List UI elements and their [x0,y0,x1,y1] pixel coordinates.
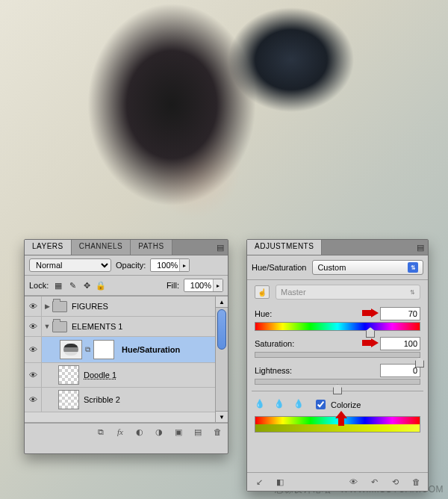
adjustments-footer: ↙ ◧ 👁 ↶ ⟲ 🗑 [247,472,428,491]
red-arrow-icon [362,338,379,347]
layer-name[interactable]: Doodle 1 [79,371,116,379]
hue-label: Hue: [255,309,272,318]
opacity-input[interactable] [151,261,179,270]
chevron-updown-icon: ⇅ [408,262,418,273]
tab-adjustments[interactable]: ADJUSTMENTS [247,240,322,255]
reset-icon[interactable]: ⟲ [389,476,401,488]
link-layers-icon[interactable]: ⧉ [95,426,107,438]
fx-icon[interactable]: fx [114,426,126,438]
folder-icon [52,301,67,312]
disclosure-closed-icon[interactable]: ▶ [42,303,52,310]
eyedropper-icon[interactable]: 💧 [255,399,267,411]
new-layer-icon[interactable]: ▤ [192,426,204,438]
layer-group-figures[interactable]: 👁 ▶ FIGURES [25,297,215,317]
saturation-thumb[interactable] [415,357,424,368]
preset-value: Custom [317,263,346,272]
svg-marker-0 [362,309,379,317]
lock-pixels-icon[interactable]: ✎ [67,280,78,291]
channel-select: Master⇅ [276,285,420,300]
lock-label: Lock: [29,281,49,290]
eyedropper-subtract-icon[interactable]: 💧 [293,399,305,411]
saturation-input[interactable] [380,337,420,350]
panel-menu-icon[interactable]: ▤ [213,240,228,255]
tab-channels[interactable]: CHANNELS [72,240,131,255]
folder-icon [52,321,67,332]
lock-icons-group: ▦ ✎ ✥ 🔒 [53,280,106,291]
link-icon[interactable]: ⧉ [85,345,90,354]
disclosure-open-icon[interactable]: ▼ [42,323,52,330]
new-group-icon[interactable]: ▣ [172,426,184,438]
scroll-down-icon[interactable]: ▼ [216,411,228,422]
saturation-slider-block: Saturation: [255,337,420,358]
delete-adjustment-icon[interactable]: 🗑 [410,476,422,488]
colorize-checkbox[interactable]: Colorize [313,397,361,412]
adjustments-tabrow: ADJUSTMENTS ▤ [247,240,428,255]
adjustments-panel: ADJUSTMENTS ▤ Hue/Saturation Custom ⇅ ☝ … [246,239,429,492]
chevron-right-icon[interactable]: ▸ [213,279,223,291]
visibility-eye-icon[interactable]: 👁 [28,370,38,380]
visibility-eye-icon[interactable]: 👁 [28,344,38,355]
previous-state-icon[interactable]: ↶ [368,476,380,488]
svg-marker-1 [362,338,379,347]
blend-mode-select[interactable]: Normal [29,258,111,272]
adjustment-layer-icon[interactable]: ◑ [153,426,165,438]
toggle-visibility-icon[interactable]: 👁 [347,476,359,488]
layers-scrollbar[interactable]: ▲ ▼ [215,297,228,422]
visibility-eye-icon[interactable]: 👁 [28,321,38,332]
hue-slider-block: Hue: [255,307,420,331]
lightness-input[interactable] [380,364,420,377]
layer-name[interactable]: ELEMENTS 1 [67,322,122,331]
lock-fill-row: Lock: ▦ ✎ ✥ 🔒 Fill: ▸ [25,276,228,296]
layer-mask-icon[interactable]: ◐ [134,426,146,438]
preset-select[interactable]: Custom ⇅ [312,260,423,275]
colorize-input[interactable] [316,400,326,409]
expand-view-icon[interactable]: ↙ [253,476,265,488]
opacity-label: Opacity: [116,261,146,270]
visibility-eye-icon[interactable]: 👁 [28,301,38,312]
tab-paths[interactable]: PATHS [131,240,172,255]
lightness-track[interactable] [255,379,420,385]
layer-name[interactable]: Scribble 2 [79,395,120,404]
layer-mask-thumb[interactable] [93,340,114,359]
fill-field[interactable]: ▸ [184,279,223,292]
layer-name[interactable]: FIGURES [67,302,108,311]
eyedropper-add-icon[interactable]: 💧 [274,399,286,411]
eyedropper-row: 💧 💧 💧 Colorize [255,397,420,412]
hue-track[interactable] [255,322,420,331]
svg-marker-2 [335,411,347,426]
adjustment-thumb-icon [60,340,82,359]
adjustment-title-row: Hue/Saturation Custom ⇅ [247,255,428,280]
layers-panel: LAYERS CHANNELS PATHS ▤ Normal Opacity: … [24,239,228,454]
layer-name[interactable]: Hue/Saturation [117,345,180,354]
chevron-right-icon[interactable]: ▸ [179,259,189,271]
lightness-thumb[interactable] [333,384,342,394]
layer-group-elements1[interactable]: 👁 ▼ ELEMENTS 1 [25,317,215,337]
lock-transparency-icon[interactable]: ▦ [53,280,63,291]
layer-thumb [58,365,79,385]
scroll-up-icon[interactable]: ▲ [216,297,228,308]
fill-label: Fill: [167,281,179,290]
layers-list: 👁 ▶ FIGURES 👁 ▼ ELEMENTS 1 👁 ⧉ Hue/Satur… [25,296,228,423]
visibility-eye-icon[interactable]: 👁 [28,394,38,405]
panel-menu-icon[interactable]: ▤ [413,240,428,255]
lock-position-icon[interactable]: ✥ [81,280,92,291]
delete-layer-icon[interactable]: 🗑 [211,426,223,438]
lightness-slider-block: Lightness: [255,364,420,385]
targeted-adjust-icon[interactable]: ☝ [255,285,270,299]
red-arrow-icon [362,309,379,317]
scroll-thumb[interactable] [217,309,226,350]
lock-all-icon[interactable]: 🔒 [96,280,106,291]
layer-scribble2[interactable]: 👁 Scribble 2 [25,388,215,412]
clip-to-layer-icon[interactable]: ◧ [274,476,286,488]
opacity-field[interactable]: ▸ [150,258,190,272]
hue-thumb[interactable] [366,327,375,338]
layer-doodle1[interactable]: 👁 Doodle 1 [25,363,215,388]
hue-input[interactable] [380,307,420,320]
tab-layers[interactable]: LAYERS [25,240,72,255]
saturation-label: Saturation: [255,339,294,348]
red-arrow-up-icon [335,411,347,426]
fill-input[interactable] [184,281,213,290]
saturation-track[interactable] [255,352,420,358]
adjustment-title: Hue/Saturation [252,263,306,272]
layer-hue-saturation[interactable]: 👁 ⧉ Hue/Saturation [25,337,215,363]
